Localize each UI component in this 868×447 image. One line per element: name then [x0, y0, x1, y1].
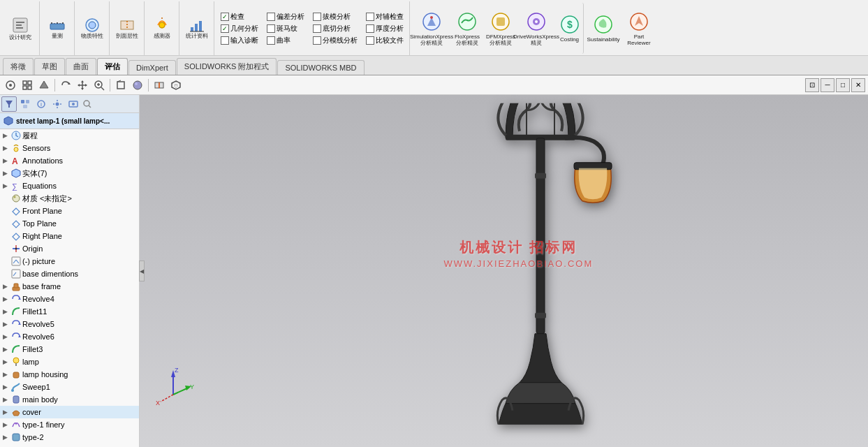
flo-icon	[456, 10, 478, 33]
tree-item-type2-finery[interactable]: ▶ type-2 finery	[0, 444, 139, 447]
check-input-diag[interactable]: 输入诊断	[219, 35, 260, 46]
equations-icon: ∑	[11, 181, 21, 191]
simulation-xpress-btn[interactable]: SimulationXpress 分析精灵	[413, 3, 450, 54]
tab-pinggu[interactable]: 评估	[97, 58, 128, 75]
sustainability-btn[interactable]: Sustainability	[585, 3, 621, 54]
measure-btn[interactable]: 量测	[43, 8, 71, 49]
svg-marker-73	[12, 169, 20, 177]
tree-item-lamp-housing[interactable]: ▶ lamp housing	[0, 368, 139, 381]
part-reviewer-btn[interactable]: Part Reviewer	[623, 3, 655, 54]
stats-btn[interactable]: 统计资料	[183, 8, 211, 49]
view3d-btn[interactable]	[168, 78, 184, 93]
driveworks-btn[interactable]: DriveWorksXpress 精灵	[518, 3, 554, 54]
sensor-btn[interactable]: 感测器	[148, 8, 176, 49]
solids-icon	[11, 168, 21, 178]
check-compare[interactable]: 比较文件	[365, 35, 405, 46]
tab-solidworks-mbd[interactable]: SOLIDWORKS MBD	[277, 60, 364, 75]
tree-item-solids[interactable]: ▶ 实体(7)	[0, 167, 139, 179]
check-thickness[interactable]: 厚度分析	[365, 23, 405, 34]
restore-btn[interactable]: ⊡	[805, 78, 819, 92]
pan-btn[interactable]	[75, 78, 90, 93]
viewport[interactable]: 机械设计 招标网 WWW.JIXIEZHАOBIAO.COM Z Y X	[140, 95, 868, 447]
lp-tab-display[interactable]	[66, 96, 81, 112]
dfm-xpress-btn[interactable]: DFMXpress 分析精灵	[485, 3, 517, 54]
tree-item-equations[interactable]: ▶ ∑ Equations	[0, 179, 139, 192]
tree-item-type2[interactable]: ▶ type-2	[0, 431, 139, 444]
tree-item-origin[interactable]: Origin	[0, 242, 139, 255]
tree-item-sensors[interactable]: ▶ Sensors	[0, 142, 139, 154]
maximize-btn[interactable]: □	[836, 78, 850, 92]
section-view-btn[interactable]	[152, 78, 167, 93]
lp-tab-feature[interactable]	[17, 96, 33, 112]
check-parting[interactable]: 分模线分析	[311, 35, 359, 46]
tree-item-main-body[interactable]: ▶ main body	[0, 393, 139, 406]
check-zebra[interactable]: 斑马纹	[265, 23, 306, 34]
check-inspect[interactable]: ✓ 检查	[219, 11, 260, 22]
tab-dimxpert[interactable]: DimXpert	[128, 60, 176, 75]
tree-item-picture[interactable]: (-) picture	[0, 255, 139, 268]
tree-item-revolve5[interactable]: ▶ Revolve5	[0, 318, 139, 330]
svg-rect-4	[50, 24, 64, 29]
triad-svg: Z Y X	[152, 367, 194, 409]
tree-header[interactable]: street lamp-1 (small lamp<...	[0, 113, 139, 129]
check-undercut[interactable]: 底切分析	[311, 23, 359, 34]
tree-item-revolve6[interactable]: ▶ Revolve6	[0, 330, 139, 343]
close-viewport-btn[interactable]: ✕	[851, 78, 865, 92]
minimize-btn[interactable]: ─	[821, 78, 834, 92]
svg-point-14	[159, 22, 165, 28]
tree-item-base-frame[interactable]: ▶ base frame	[0, 280, 139, 293]
toolbar-divider3	[148, 79, 149, 91]
filter-icon	[4, 99, 14, 109]
tree-item-sweep1[interactable]: ▶ Sweep1	[0, 381, 139, 393]
lp-tab-property[interactable]: i	[34, 96, 49, 112]
display-mode-btn[interactable]	[36, 78, 52, 93]
svg-rect-24	[496, 17, 505, 26]
tab-jianghui[interactable]: 将徵	[3, 58, 34, 75]
lp-tab-filter[interactable]	[1, 96, 17, 112]
svg-text:∑: ∑	[12, 182, 17, 191]
config-icon	[52, 99, 62, 109]
check-curvature[interactable]: 曲率	[265, 35, 306, 46]
tree-item-base-dim[interactable]: base dimentions	[0, 268, 139, 280]
wireframe-btn[interactable]	[113, 78, 128, 93]
tree-item-lamp[interactable]: ▶ lamp	[0, 356, 139, 368]
check-symmetry[interactable]: 对辅检查	[365, 11, 405, 22]
costing-btn[interactable]: $ Costing	[556, 3, 584, 54]
base-frame-icon	[11, 281, 21, 291]
check-geometry[interactable]: ✓ 几何分析	[219, 23, 260, 34]
zoom-btn[interactable]	[91, 78, 107, 93]
tab-qumian[interactable]: 曲面	[66, 58, 96, 75]
svg-rect-48	[117, 82, 124, 89]
solids-label: 实体(7)	[22, 168, 47, 179]
tree-item-annotations[interactable]: ▶ A Annotations	[0, 154, 139, 167]
tree-item-type1-finery[interactable]: ▶ type-1 finery	[0, 418, 139, 431]
section-btn[interactable]: 剖面层性	[113, 8, 141, 49]
zoom-fit-btn[interactable]	[20, 78, 35, 93]
properties-group: 物质特性	[75, 1, 110, 55]
shaded-btn[interactable]	[130, 78, 145, 93]
lp-tab-config[interactable]	[50, 96, 65, 112]
tree-item-material[interactable]: 材质 <未指定>	[0, 192, 139, 205]
tree-item-front-plane[interactable]: Front Plane	[0, 205, 139, 217]
sweep1-label: Sweep1	[22, 383, 50, 391]
tree-item-revolve4[interactable]: ▶ Revolve4	[0, 293, 139, 305]
tree-item-right-plane[interactable]: Right Plane	[0, 230, 139, 242]
properties-btn[interactable]: 物质特性	[78, 8, 106, 49]
rotate-btn[interactable]	[58, 78, 73, 93]
revolve-icon3	[11, 332, 21, 342]
tab-caotu[interactable]: 草图	[34, 58, 65, 75]
panel-collapse-btn[interactable]: ◀	[139, 261, 145, 281]
tree-item-cover[interactable]: ▶ cover	[0, 406, 139, 418]
check-deviation[interactable]: 偏差分析	[265, 11, 306, 22]
tree-item-top-plane[interactable]: Top Plane	[0, 217, 139, 230]
flo-xpress-btn[interactable]: FloXpress 分析精灵	[451, 3, 483, 54]
svg-rect-18	[199, 21, 202, 31]
check-draft[interactable]: 拔模分析	[311, 11, 359, 22]
design-research-btn[interactable]: 设计研究	[4, 8, 36, 49]
view-orientation-btn[interactable]	[3, 78, 18, 93]
tab-solidworks-addon[interactable]: SOLIDWORKS 附加程式	[177, 58, 277, 75]
cover-label: cover	[22, 408, 41, 416]
tree-item-fillet3[interactable]: ▶ Fillet3	[0, 343, 139, 356]
tree-item-fillet11[interactable]: ▶ Fillet11	[0, 305, 139, 318]
tree-item-history[interactable]: ▶ 履程	[0, 129, 139, 142]
